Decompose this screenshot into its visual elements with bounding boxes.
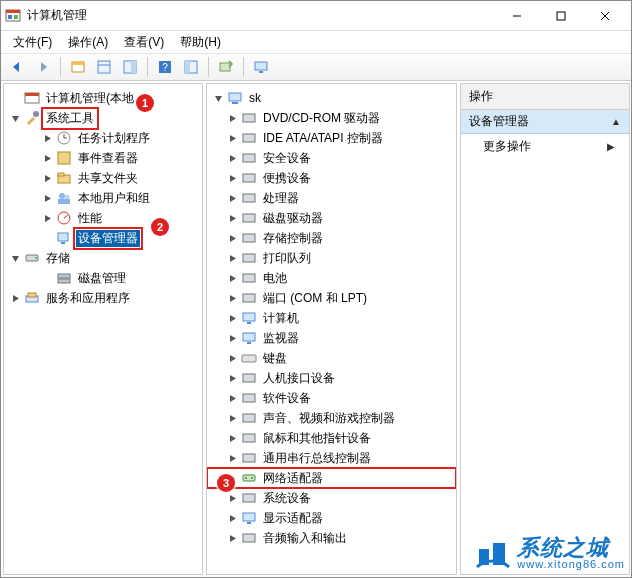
node-label: 打印队列 (261, 250, 313, 267)
chevron-right-icon[interactable] (40, 131, 54, 145)
forward-button[interactable] (31, 56, 55, 78)
category-icon (241, 130, 257, 146)
help-button[interactable]: ? (153, 56, 177, 78)
device-category[interactable]: 计算机 (207, 308, 456, 328)
node-label: 显示适配器 (261, 510, 325, 527)
device-category[interactable]: 软件设备 (207, 388, 456, 408)
node-shared-folders[interactable]: 共享文件夹 (4, 168, 202, 188)
app-icon (5, 8, 21, 24)
chevron-down-icon[interactable] (211, 91, 225, 105)
main-area: 计算机管理(本地 系统工具 任务计划程序 事件查看器 共享文件夹 (1, 81, 631, 577)
chevron-right-icon[interactable] (225, 391, 239, 405)
chevron-down-icon[interactable] (8, 111, 22, 125)
svg-rect-32 (58, 233, 68, 241)
chevron-right-icon[interactable] (225, 471, 239, 485)
chevron-down-icon[interactable] (8, 251, 22, 265)
actions-more[interactable]: 更多操作 ▶ (461, 134, 629, 159)
result-pane: sk DVD/CD-ROM 驱动器IDE ATA/ATAPI 控制器安全设备便携… (206, 83, 457, 575)
device-category[interactable]: 处理器 (207, 188, 456, 208)
chevron-right-icon[interactable] (225, 531, 239, 545)
chevron-right-icon[interactable] (225, 271, 239, 285)
device-category[interactable]: 存储控制器 (207, 228, 456, 248)
chevron-right-icon[interactable] (225, 191, 239, 205)
node-storage[interactable]: 存储 (4, 248, 202, 268)
chevron-right-icon[interactable] (225, 151, 239, 165)
svg-rect-66 (243, 513, 255, 521)
device-category[interactable]: 电池 (207, 268, 456, 288)
chevron-right-icon[interactable] (225, 231, 239, 245)
device-category[interactable]: 磁盘驱动器 (207, 208, 456, 228)
chevron-right-icon[interactable] (40, 171, 54, 185)
chevron-right-icon[interactable] (225, 131, 239, 145)
node-local-users[interactable]: 本地用户和组 (4, 188, 202, 208)
chevron-right-icon[interactable] (225, 431, 239, 445)
device-category[interactable]: 系统设备 (207, 488, 456, 508)
chevron-right-icon[interactable] (225, 311, 239, 325)
menu-help[interactable]: 帮助(H) (174, 32, 227, 53)
show-hide-tree-button[interactable] (66, 56, 90, 78)
titlebar: 计算机管理 (1, 1, 631, 31)
device-category[interactable]: IDE ATA/ATAPI 控制器 (207, 128, 456, 148)
category-icon (241, 190, 257, 206)
view-devices-button[interactable] (179, 56, 203, 78)
device-category[interactable]: 打印队列 (207, 248, 456, 268)
chevron-right-icon[interactable] (225, 251, 239, 265)
menu-view[interactable]: 查看(V) (118, 32, 170, 53)
chevron-right-icon[interactable] (225, 111, 239, 125)
node-computer-management[interactable]: 计算机管理(本地 (4, 88, 202, 108)
actions-section-label: 设备管理器 (469, 113, 529, 130)
node-task-scheduler[interactable]: 任务计划程序 (4, 128, 202, 148)
actions-section[interactable]: 设备管理器 ▲ (461, 110, 629, 134)
chevron-right-icon[interactable] (225, 351, 239, 365)
close-button[interactable] (583, 2, 627, 30)
chevron-right-icon[interactable] (225, 511, 239, 525)
chevron-right-icon[interactable] (225, 171, 239, 185)
device-category[interactable]: 鼠标和其他指针设备 (207, 428, 456, 448)
properties-button[interactable] (92, 56, 116, 78)
node-event-viewer[interactable]: 事件查看器 (4, 148, 202, 168)
svg-point-63 (245, 477, 247, 479)
users-icon (56, 190, 72, 206)
device-category[interactable]: 声音、视频和游戏控制器 (207, 408, 456, 428)
chevron-right-icon[interactable] (225, 451, 239, 465)
node-device-manager[interactable]: 设备管理器 (4, 228, 202, 248)
node-system-tools[interactable]: 系统工具 (4, 108, 202, 128)
chevron-right-icon[interactable] (40, 211, 54, 225)
svg-rect-51 (243, 294, 255, 302)
chevron-right-icon[interactable] (225, 371, 239, 385)
svg-rect-43 (243, 134, 255, 142)
node-label: 存储控制器 (261, 230, 325, 247)
device-category[interactable]: 人机接口设备 (207, 368, 456, 388)
window: 计算机管理 文件(F) 操作(A) 查看(V) 帮助(H) ? (0, 0, 632, 578)
device-category[interactable]: 便携设备 (207, 168, 456, 188)
chevron-right-icon[interactable] (225, 411, 239, 425)
device-category[interactable]: 通用串行总线控制器 (207, 448, 456, 468)
device-category[interactable]: 显示适配器 (207, 508, 456, 528)
chevron-right-icon[interactable] (225, 331, 239, 345)
maximize-button[interactable] (539, 2, 583, 30)
minimize-button[interactable] (495, 2, 539, 30)
monitor-button[interactable] (249, 56, 273, 78)
device-category[interactable]: 监视器 (207, 328, 456, 348)
device-category[interactable]: 键盘 (207, 348, 456, 368)
back-button[interactable] (5, 56, 29, 78)
menu-action[interactable]: 操作(A) (62, 32, 114, 53)
chevron-right-icon[interactable] (40, 151, 54, 165)
node-services-apps[interactable]: 服务和应用程序 (4, 288, 202, 308)
node-performance[interactable]: 性能 (4, 208, 202, 228)
chevron-right-icon[interactable] (225, 291, 239, 305)
chevron-right-icon[interactable] (225, 211, 239, 225)
device-category[interactable]: 音频输入和输出 (207, 528, 456, 548)
device-category[interactable]: 安全设备 (207, 148, 456, 168)
device-category[interactable]: 网络适配器 (207, 468, 456, 488)
export-button[interactable] (118, 56, 142, 78)
node-disk-management[interactable]: 磁盘管理 (4, 268, 202, 288)
chevron-right-icon[interactable] (40, 191, 54, 205)
device-category[interactable]: DVD/CD-ROM 驱动器 (207, 108, 456, 128)
chevron-right-icon[interactable] (8, 291, 22, 305)
menu-file[interactable]: 文件(F) (7, 32, 58, 53)
chevron-right-icon[interactable] (225, 491, 239, 505)
device-category[interactable]: 端口 (COM 和 LPT) (207, 288, 456, 308)
device-root[interactable]: sk (207, 88, 456, 108)
scan-hardware-button[interactable] (214, 56, 238, 78)
